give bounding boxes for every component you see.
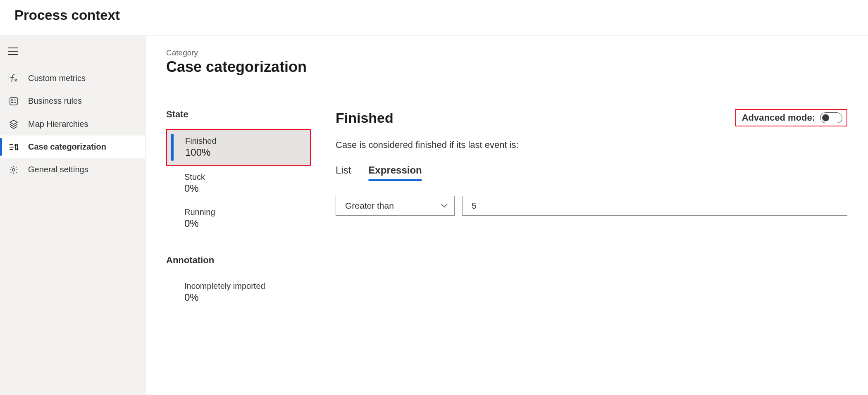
state-name: Stuck — [184, 172, 302, 182]
rules-icon — [8, 97, 19, 106]
svg-marker-9 — [10, 120, 17, 124]
detail-description: Case is considered finished if its last … — [336, 140, 847, 150]
state-name: Running — [184, 207, 302, 217]
sidebar-item-business-rules[interactable]: Business rules — [0, 90, 145, 112]
state-value: 0% — [184, 218, 302, 229]
sidebar-item-label: Business rules — [28, 96, 82, 106]
sidebar-item-case-categorization[interactable]: Case categorization — [0, 136, 145, 158]
svg-rect-4 — [10, 98, 17, 105]
sidebar: Custom metrics Business rules Map Hierar… — [0, 36, 145, 395]
annotation-value: 0% — [184, 292, 302, 303]
state-item-stuck[interactable]: Stuck 0% — [166, 166, 311, 201]
advanced-mode-label: Advanced mode: — [742, 112, 815, 123]
fx-icon — [8, 73, 19, 83]
annotation-item-incompletely-imported[interactable]: Incompletely imported 0% — [166, 275, 311, 310]
advanced-mode-container: Advanced mode: — [735, 109, 847, 126]
detail-tabs: List Expression — [336, 164, 847, 180]
tab-expression[interactable]: Expression — [368, 164, 422, 180]
sort-icon — [8, 143, 19, 152]
operator-select[interactable]: Greater than — [336, 196, 455, 216]
state-value: 100% — [185, 147, 301, 158]
annotation-name: Incompletely imported — [184, 281, 302, 291]
sidebar-item-general-settings[interactable]: General settings — [0, 158, 145, 181]
svg-point-5 — [12, 99, 12, 100]
operator-value: Greater than — [345, 201, 394, 211]
chevron-down-icon — [441, 204, 448, 208]
sidebar-item-label: Map Hierarchies — [28, 119, 88, 129]
state-section-label: State — [166, 109, 311, 120]
state-name: Finished — [185, 136, 301, 146]
advanced-mode-toggle[interactable] — [820, 112, 842, 123]
sidebar-item-custom-metrics[interactable]: Custom metrics — [0, 67, 145, 90]
category-title: Case categorization — [166, 58, 847, 76]
toggle-knob — [822, 114, 829, 121]
state-panel: State Finished 100% Stuck 0% Running 0% — [166, 109, 311, 310]
divider — [145, 89, 868, 89]
sidebar-item-label: Custom metrics — [28, 74, 86, 83]
sidebar-item-map-hierarchies[interactable]: Map Hierarchies — [0, 112, 145, 136]
sidebar-item-label: Case categorization — [28, 142, 106, 152]
category-label: Category — [166, 48, 847, 57]
tab-list[interactable]: List — [336, 164, 351, 180]
svg-point-7 — [12, 102, 12, 102]
page-header: Process context — [0, 0, 868, 36]
page-title: Process context — [14, 7, 854, 23]
detail-title: Finished — [336, 110, 393, 126]
svg-point-13 — [12, 169, 15, 171]
hamburger-button[interactable] — [0, 39, 145, 67]
sidebar-item-label: General settings — [28, 165, 88, 174]
hamburger-icon — [8, 48, 18, 55]
detail-panel: Finished Advanced mode: Case is consider… — [336, 109, 847, 310]
gear-icon — [8, 165, 19, 174]
state-item-finished[interactable]: Finished 100% — [166, 129, 311, 166]
annotation-section-label: Annotation — [166, 255, 311, 266]
value-input[interactable] — [462, 196, 847, 216]
layers-icon — [8, 119, 19, 129]
state-item-running[interactable]: Running 0% — [166, 201, 311, 236]
state-value: 0% — [184, 183, 302, 194]
main-content: Category Case categorization State Finis… — [145, 36, 868, 395]
